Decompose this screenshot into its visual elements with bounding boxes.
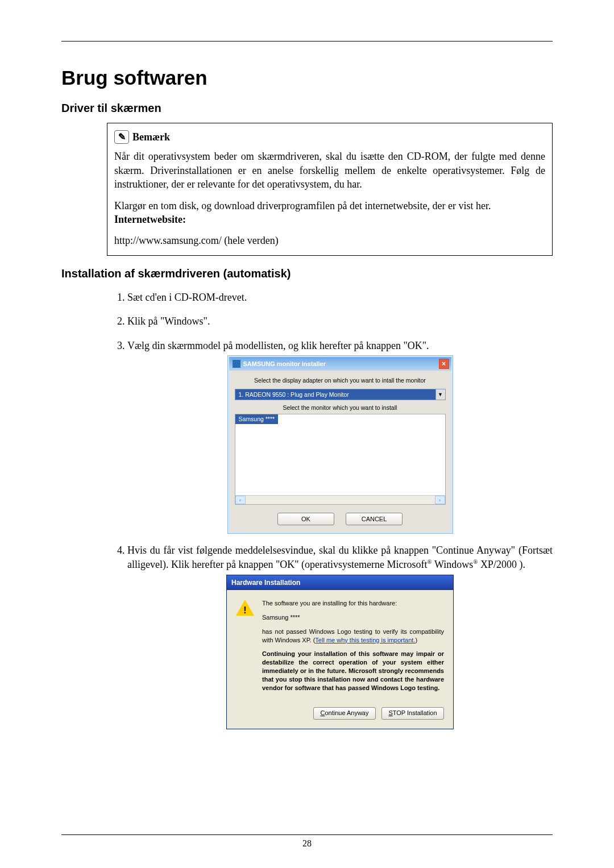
monitor-list-item[interactable]: Samsung **** (235, 414, 279, 423)
list-item: Sæt cd'en i CD-ROM-drevet. (127, 290, 553, 304)
installer-titlebar: SAMSUNG monitor installer × (229, 357, 451, 371)
installer-line2: Select the monitor which you want to ins… (235, 404, 446, 412)
cancel-button[interactable]: CANCEL (346, 513, 403, 525)
hardware-dialog: Hardware Installation ! The software you… (226, 575, 454, 729)
installer-buttons: OK CANCEL (235, 513, 446, 525)
tell-me-why-link[interactable]: Tell me why this testing is important. (315, 637, 415, 643)
adapter-select-value: 1. RADEON 9550 : Plug and Play Monitor (235, 389, 435, 400)
note-para2: Klargør en tom disk, og download driverp… (114, 199, 545, 213)
top-rule (61, 41, 553, 41)
internet-website-url: http://www.samsung.com/ (hele verden) (114, 234, 545, 247)
hardware-titlebar: Hardware Installation (227, 575, 453, 590)
section2-heading: Installation af skærmdriveren (automatis… (61, 267, 553, 280)
hw-line1: The software you are installing for this… (262, 599, 444, 608)
installer-dialog: SAMSUNG monitor installer × Select the d… (228, 356, 453, 534)
hw-line3: has not passed Windows Logo testing to v… (262, 628, 444, 645)
note-label: Bemærk (132, 130, 170, 144)
note-para1: Når dit operativsystem beder om skærmdri… (114, 149, 545, 191)
adapter-select[interactable]: 1. RADEON 9550 : Plug and Play Monitor ▼ (235, 389, 446, 400)
hardware-buttons: Continue Anyway STOP Installation (227, 704, 453, 729)
monitor-list[interactable]: Samsung **** ‹ › (235, 414, 446, 505)
horizontal-scrollbar[interactable]: ‹ › (235, 495, 445, 504)
internet-website-label: Internetwebsite: (114, 213, 545, 226)
installer-body: Select the display adapter on which you … (229, 371, 451, 533)
installer-line1: Select the display adapter on which you … (235, 376, 446, 384)
installer-title: SAMSUNG monitor installer (243, 360, 326, 368)
installer-app-icon (233, 360, 240, 368)
note-header: ✎ Bemærk (114, 130, 545, 144)
list-item: Vælg din skærmmodel på modellisten, og k… (127, 339, 553, 534)
hw-line4: Continuing your installation of this sof… (262, 650, 444, 692)
page-title: Brug softwaren (61, 67, 553, 89)
note-box: ✎ Bemærk Når dit operativsystem beder om… (107, 123, 553, 256)
scroll-left-icon[interactable]: ‹ (235, 496, 246, 504)
hw-line2: Samsung **** (262, 613, 444, 622)
list-item: Hvis du får vist følgende meddelelsesvin… (127, 543, 553, 729)
hardware-body: ! The software you are installing for th… (227, 590, 453, 704)
stop-installation-button[interactable]: STOP Installation (381, 707, 444, 720)
page-root: Brug softwaren Driver til skærmen ✎ Bemæ… (0, 0, 614, 868)
hardware-content: The software you are installing for this… (262, 599, 444, 698)
hardware-dialog-wrap: Hardware Installation ! The software you… (127, 575, 553, 729)
ok-button[interactable]: OK (277, 513, 334, 525)
installer-dialog-wrap: SAMSUNG monitor installer × Select the d… (127, 356, 553, 534)
list-item-text: Vælg din skærmmodel på modellisten, og k… (127, 339, 553, 352)
chevron-down-icon[interactable]: ▼ (435, 389, 446, 400)
footer-rule (61, 834, 553, 835)
close-icon[interactable]: × (439, 359, 449, 369)
page-number: 28 (0, 838, 614, 849)
note-icon: ✎ (114, 130, 129, 144)
continue-anyway-button[interactable]: Continue Anyway (313, 707, 376, 720)
scroll-right-icon[interactable]: › (435, 496, 445, 504)
list-item: Klik på "Windows". (127, 314, 553, 328)
install-steps-list: Sæt cd'en i CD-ROM-drevet. Klik på "Wind… (107, 290, 553, 729)
section1-heading: Driver til skærmen (61, 102, 553, 115)
list-item-text: Hvis du får vist følgende meddelelsesvin… (127, 543, 553, 571)
warning-icon: ! (236, 599, 254, 616)
